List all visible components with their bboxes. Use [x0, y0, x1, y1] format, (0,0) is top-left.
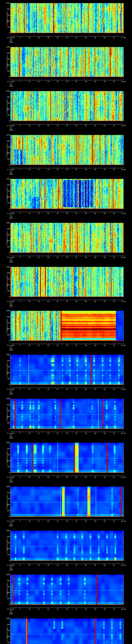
x-tick-label: 5 — [20, 608, 20, 610]
x-tick-label: 40 — [85, 125, 86, 126]
y-tick-label: 200 — [0, 158, 10, 160]
y-tick-label: 1000 — [0, 90, 10, 92]
x-tick-label: 30 — [66, 476, 68, 478]
y-tick-label: 200 — [0, 202, 10, 204]
x-tick-label: 20 — [47, 213, 49, 214]
y-tick-label: 600 — [0, 410, 10, 412]
x-tick-label: 25 — [57, 476, 58, 478]
x-tick-label: 15 — [38, 213, 40, 214]
spectrogram-panel: Frequency (Hz) 0200400600800100015:24:00… — [0, 352, 132, 396]
y-tick-label: 400 — [0, 328, 10, 330]
x-tick-label: 20 — [47, 169, 49, 170]
x-tick-label: 45 — [94, 388, 96, 390]
x-tick-label: 50 — [104, 37, 106, 38]
y-tick-label: 0 — [0, 560, 10, 562]
y-tick-label: 200 — [0, 466, 10, 468]
spectrogram-canvas — [0, 616, 132, 644]
date-label: 2016 — [9, 42, 13, 43]
x-tick-label: 20 — [47, 81, 49, 82]
x-tick-label: 15 — [38, 433, 40, 434]
spectrogram-panel: Frequency (Hz) 0200400600800100015:16:00… — [0, 0, 132, 44]
y-tick-label: 400 — [0, 240, 10, 242]
x-tick-label: 25 — [57, 37, 58, 38]
x-tick-label: 10 — [28, 301, 30, 302]
y-tick-label: 400 — [0, 20, 10, 22]
x-tick-label: 20 — [47, 608, 49, 610]
x-tick-label: 35 — [76, 257, 77, 258]
x-tick-label: 45 — [94, 213, 96, 214]
x-tick-label: 40 — [85, 388, 86, 390]
date-label: 2016 — [9, 569, 13, 571]
x-tick-label: 55 — [113, 125, 115, 126]
y-tick-label: 600 — [0, 102, 10, 104]
x-tick-label: 20 — [47, 125, 49, 126]
x-tick-label: 10 — [28, 433, 30, 434]
x-tick-label: 35 — [76, 433, 77, 434]
y-tick-label: 0 — [0, 296, 10, 298]
x-tick-label: 20 — [47, 388, 49, 390]
x-tick-label: 50 — [104, 388, 106, 390]
x-tick-label: 5 — [20, 125, 20, 126]
y-tick-label: 200 — [0, 114, 10, 116]
y-tick-label: 800 — [0, 492, 10, 494]
x-tick-label: 10 — [28, 169, 30, 170]
x-tick-label: 40 — [85, 520, 86, 522]
x-tick-label: 20 — [47, 433, 49, 434]
y-tick-label: 1000 — [0, 442, 10, 444]
x-tick-label: 5 — [20, 301, 20, 302]
x-tick-label: 35 — [76, 213, 77, 214]
y-tick-label: 600 — [0, 146, 10, 148]
x-tick-label: 30 — [66, 213, 68, 214]
y-tick-label: 0 — [0, 384, 10, 386]
date-label: 2016 — [9, 481, 13, 483]
y-tick-label: 600 — [0, 542, 10, 544]
y-tick-label: 800 — [0, 272, 10, 274]
x-tick-label: 55 — [113, 345, 115, 346]
y-tick-label: 400 — [0, 636, 10, 637]
y-axis-title: Frequency (Hz) — [6, 538, 8, 553]
y-axis-title: Frequency (Hz) — [6, 99, 8, 114]
x-tick-label: 15 — [38, 388, 40, 390]
y-tick-label: 0 — [0, 164, 10, 166]
x-tick-label: 45 — [94, 301, 96, 302]
y-tick-label: 200 — [0, 334, 10, 336]
spectrogram-panel: Frequency (Hz) 0200400600800100015:22:00… — [0, 264, 132, 308]
y-tick-label: 800 — [0, 52, 10, 54]
x-tick-label: 40 — [85, 213, 86, 214]
x-tick-label: 10 — [28, 125, 30, 126]
x-tick-label: 55 — [113, 433, 115, 434]
y-axis-title: Frequency (Hz) — [6, 362, 8, 377]
x-tick-label: 40 — [85, 301, 86, 302]
x-end-time-label: 20:00 — [121, 169, 126, 170]
date-label: 2016 — [9, 349, 13, 351]
y-axis-title: Frequency (Hz) — [6, 142, 8, 158]
y-tick-label: 600 — [0, 366, 10, 368]
y-tick-label: 400 — [0, 64, 10, 66]
y-tick-label: 800 — [0, 624, 10, 625]
date-label: 2016 — [9, 525, 13, 527]
x-tick-label: 25 — [57, 81, 58, 82]
y-tick-label: 400 — [0, 284, 10, 286]
x-tick-label: 20 — [47, 345, 49, 346]
y-tick-label: 200 — [0, 70, 10, 72]
x-tick-label: 5 — [20, 213, 20, 214]
y-tick-label: 1000 — [0, 134, 10, 136]
x-end-time-label: 19:00 — [121, 125, 126, 126]
x-tick-label: 25 — [57, 213, 58, 214]
date-label: 2016 — [9, 306, 13, 307]
x-tick-label: 15 — [38, 564, 40, 566]
x-tick-label: 45 — [94, 37, 96, 38]
x-tick-label: 30 — [66, 388, 68, 390]
y-tick-label: 800 — [0, 360, 10, 362]
x-tick-label: 10 — [28, 257, 30, 258]
x-tick-label: 40 — [85, 257, 86, 258]
y-tick-label: 1000 — [0, 486, 10, 488]
x-tick-label: 30 — [66, 125, 68, 126]
y-axis-title: Frequency (Hz) — [6, 230, 8, 245]
y-tick-label: 400 — [0, 152, 10, 154]
x-tick-label: 40 — [85, 345, 86, 346]
x-tick-label: 50 — [104, 301, 106, 302]
x-tick-label: 30 — [66, 345, 68, 346]
y-tick-label: 200 — [0, 598, 10, 600]
date-label: 2016 — [9, 437, 13, 439]
